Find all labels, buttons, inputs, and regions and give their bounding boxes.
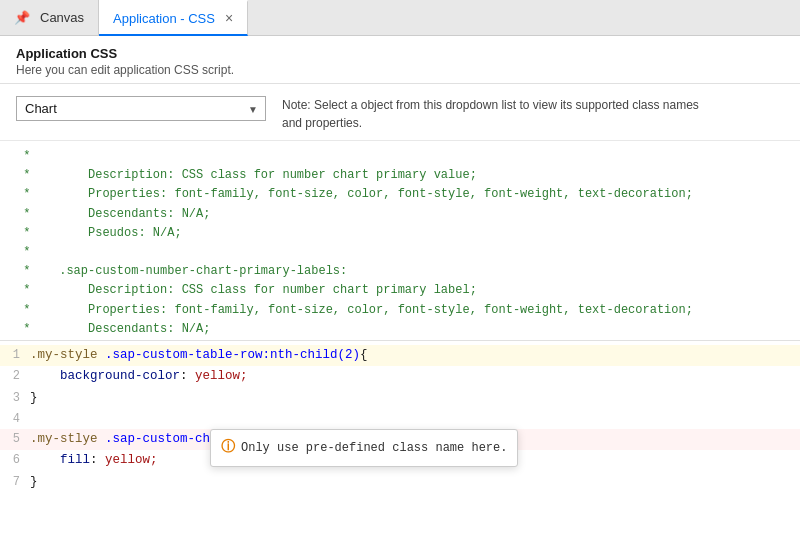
main-panel: Application CSS Here you can edit applic… xyxy=(0,36,800,545)
comment-line: * Properties: font-family, font-size, co… xyxy=(16,185,784,204)
comment-line: * Descendants: N/A; xyxy=(16,320,784,339)
code-comments-area: * * Description: CSS class for number ch… xyxy=(0,141,800,341)
line-number: 5 xyxy=(0,429,30,449)
tab-close-button[interactable]: × xyxy=(225,10,233,26)
line-content[interactable]: } xyxy=(30,472,800,493)
comment-line: * Pseudos: N/A; xyxy=(16,224,784,243)
code-line: 4 xyxy=(0,409,800,429)
panel-subtitle: Here you can edit application CSS script… xyxy=(16,63,784,77)
tab-canvas-label: Canvas xyxy=(40,10,84,25)
line-number: 1 xyxy=(0,345,30,365)
content-area: Chart Table List Form ▼ Note: Select a o… xyxy=(0,84,800,545)
line-number: 7 xyxy=(0,472,30,492)
property-name: background-color xyxy=(30,369,180,383)
tab-canvas[interactable]: 📌 Canvas xyxy=(0,0,99,35)
selector-error-text: .my-stlye xyxy=(30,432,98,446)
tooltip-warning-icon: ⓘ xyxy=(221,436,235,460)
line-content[interactable]: .my-style .sap-custom-table-row:nth-chil… xyxy=(30,345,800,366)
code-line: 5.my-stlye .sap-custom-chart-row:ⓘOnly u… xyxy=(0,429,800,450)
code-editor[interactable]: 1.my-style .sap-custom-table-row:nth-chi… xyxy=(0,341,800,545)
tab-bar: 📌 Canvas Application - CSS × xyxy=(0,0,800,36)
line-number: 2 xyxy=(0,366,30,386)
property-value: yellow; xyxy=(188,369,248,383)
comment-line: * Description: CSS class for number char… xyxy=(16,166,784,185)
note-text: Note: Select a object from this dropdown… xyxy=(282,96,712,132)
tab-active-label: Application - CSS xyxy=(113,11,215,26)
line-content[interactable]: .my-stlye .sap-custom-chart-row:ⓘOnly us… xyxy=(30,429,800,450)
comment-line: * .sap-custom-number-chart-primary-label… xyxy=(16,262,784,281)
code-line: 2 background-color: yellow; xyxy=(0,366,800,387)
panel-header: Application CSS Here you can edit applic… xyxy=(0,36,800,84)
tooltip-popup: ⓘOnly use pre-defined class name here. xyxy=(210,429,518,467)
comment-line: * xyxy=(16,147,784,166)
panel-title: Application CSS xyxy=(16,46,784,61)
comment-line: * Properties: font-family, font-size, co… xyxy=(16,301,784,320)
object-dropdown-wrapper: Chart Table List Form ▼ xyxy=(16,96,266,121)
tooltip-container: .my-stlye .sap-custom-chart-row:ⓘOnly us… xyxy=(30,429,270,450)
line-content[interactable]: } xyxy=(30,388,800,409)
dropdown-row: Chart Table List Form ▼ Note: Select a o… xyxy=(0,84,800,141)
line-number: 6 xyxy=(0,450,30,470)
selector-class: .my-style xyxy=(30,348,98,362)
comment-line: * Description: CSS class for number char… xyxy=(16,281,784,300)
bracket: { xyxy=(360,348,368,362)
comment-line: * xyxy=(16,243,784,262)
line-number: 3 xyxy=(0,388,30,408)
comment-line: * Descendants: N/A; xyxy=(16,205,784,224)
code-line: 1.my-style .sap-custom-table-row:nth-chi… xyxy=(0,345,800,366)
property-value: yellow; xyxy=(98,453,158,467)
code-line: 3} xyxy=(0,388,800,409)
code-line: 7} xyxy=(0,472,800,493)
object-dropdown[interactable]: Chart Table List Form xyxy=(16,96,266,121)
line-number: 4 xyxy=(0,409,30,429)
selector-sap: .sap-custom-table-row:nth-child(2) xyxy=(105,348,360,362)
pin-icon: 📌 xyxy=(14,10,30,25)
tab-application-css[interactable]: Application - CSS × xyxy=(99,0,248,36)
property-name: fill xyxy=(30,453,90,467)
tooltip-message: Only use pre-defined class name here. xyxy=(241,438,507,458)
line-content[interactable]: background-color: yellow; xyxy=(30,366,800,387)
